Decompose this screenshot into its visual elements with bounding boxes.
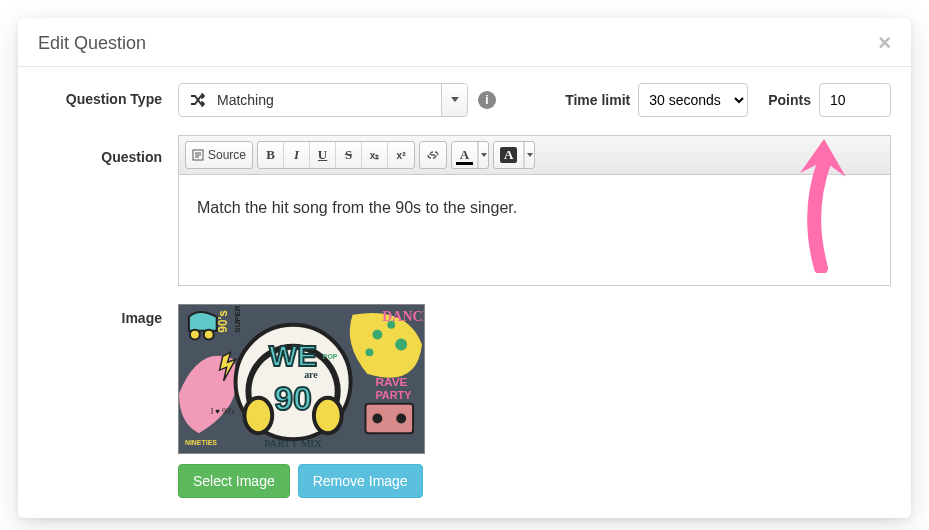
remove-image-button[interactable]: Remove Image [298,464,423,498]
svg-text:are: are [304,369,318,380]
points-label: Points [768,92,811,108]
svg-text:PARTY MIX: PARTY MIX [264,437,322,449]
image-content: WE are 90 POP DANCE RAVE PARTY PARTY MIX… [178,304,891,498]
image-label: Image [38,304,178,326]
question-type-selected: Matching [217,92,274,108]
bg-color-caret[interactable] [524,142,534,168]
bg-color-button[interactable]: A [494,142,524,168]
svg-text:SUPER HITS: SUPER HITS [233,305,242,333]
svg-text:PARTY: PARTY [375,389,412,401]
text-color-caret[interactable] [478,142,488,168]
image-buttons: Select Image Remove Image [178,464,891,498]
link-icon [426,150,440,160]
row-question-type: Question Type Matching i [38,83,891,117]
info-icon[interactable]: i [478,91,496,109]
svg-point-5 [365,348,373,356]
chevron-down-icon[interactable] [441,84,467,116]
italic-button[interactable]: I [284,142,310,168]
svg-text:NINETIES: NINETIES [185,439,217,446]
svg-text:90's: 90's [216,310,230,333]
image-thumbnail: WE are 90 POP DANCE RAVE PARTY PARTY MIX… [178,304,425,454]
time-limit-select[interactable]: 30 seconds [638,83,748,117]
bold-button[interactable]: B [258,142,284,168]
editor-body[interactable]: Match the hit song from the 90s to the s… [179,175,890,285]
underline-button[interactable]: U [310,142,336,168]
source-icon [192,149,204,161]
svg-text:DANCE: DANCE [382,309,424,324]
question-type-main[interactable]: Matching [179,84,441,116]
question-type-label: Question Type [38,83,178,107]
row-image: Image [38,304,891,498]
superscript-button[interactable]: x² [388,142,414,168]
question-type-dropdown[interactable]: Matching [178,83,468,117]
modal-title: Edit Question [38,33,146,54]
svg-text:RAVE: RAVE [375,375,407,389]
svg-point-10 [204,330,214,340]
svg-text:WE: WE [269,339,317,372]
text-color-button[interactable]: A [452,142,478,168]
row-question: Question Source B I U [38,135,891,286]
time-limit-label: Time limit [565,92,630,108]
subscript-button[interactable]: x₂ [362,142,388,168]
svg-point-7 [372,414,382,424]
shuffle-icon [191,93,207,107]
svg-point-9 [190,330,200,340]
modal-header: Edit Question × [18,18,911,67]
source-button[interactable]: Source [186,142,252,168]
svg-text:I ♥ 90's: I ♥ 90's [211,407,235,416]
strike-button[interactable]: S [336,142,362,168]
points-input[interactable] [819,83,891,117]
rich-text-editor: Source B I U S x₂ x² [178,135,891,286]
close-icon[interactable]: × [878,32,891,54]
question-type-content: Matching i Time limit 30 seconds Points [178,83,891,117]
svg-text:POP: POP [323,353,338,360]
question-label: Question [38,135,178,165]
select-image-button[interactable]: Select Image [178,464,290,498]
svg-point-13 [314,398,342,434]
svg-point-8 [396,414,406,424]
svg-point-2 [372,330,382,340]
modal-body: Question Type Matching i [18,67,911,498]
editor-toolbar: Source B I U S x₂ x² [179,136,890,175]
svg-point-4 [395,339,407,351]
svg-point-12 [244,398,272,434]
edit-question-modal: Edit Question × Question Type Matching [18,18,911,518]
question-editor-wrap: Source B I U S x₂ x² [178,135,891,286]
link-button[interactable] [420,142,446,168]
svg-text:90: 90 [274,380,312,417]
